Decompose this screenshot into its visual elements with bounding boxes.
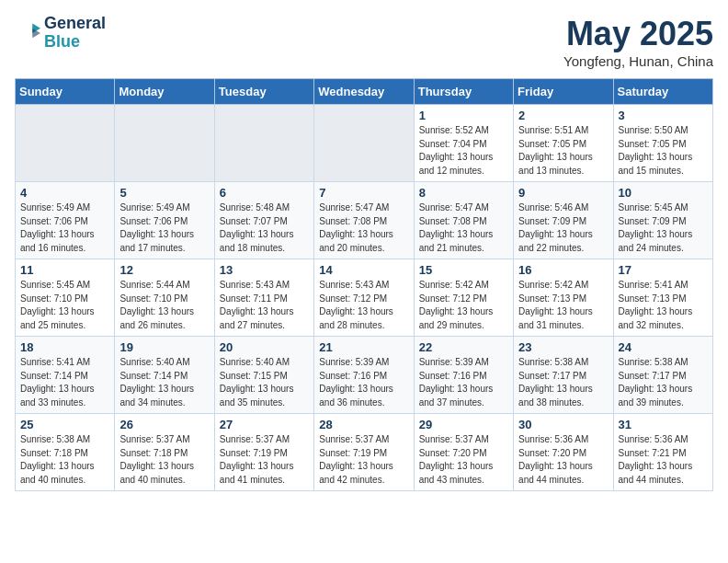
logo: General Blue <box>15 15 106 52</box>
day-number: 15 <box>419 263 508 277</box>
calendar-week-1: 1 Sunrise: 5:52 AMSunset: 7:04 PMDayligh… <box>16 105 713 182</box>
calendar-cell: 19 Sunrise: 5:40 AMSunset: 7:14 PMDaylig… <box>115 337 214 414</box>
day-info: Sunrise: 5:50 AMSunset: 7:05 PMDaylight:… <box>619 124 708 178</box>
day-info: Sunrise: 5:43 AMSunset: 7:11 PMDaylight:… <box>220 279 309 332</box>
calendar-header-row: SundayMondayTuesdayWednesdayThursdayFrid… <box>16 79 713 105</box>
day-number: 19 <box>119 340 209 354</box>
calendar-week-5: 25 Sunrise: 5:38 AMSunset: 7:18 PMDaylig… <box>16 414 713 491</box>
logo-text: General Blue <box>44 15 106 52</box>
day-info: Sunrise: 5:46 AMSunset: 7:09 PMDaylight:… <box>518 201 608 255</box>
day-number: 23 <box>518 340 608 354</box>
day-number: 18 <box>20 340 109 354</box>
day-info: Sunrise: 5:44 AMSunset: 7:10 PMDaylight:… <box>119 279 209 332</box>
calendar-cell: 1 Sunrise: 5:52 AMSunset: 7:04 PMDayligh… <box>414 105 513 182</box>
day-info: Sunrise: 5:51 AMSunset: 7:05 PMDaylight:… <box>518 124 608 178</box>
day-info: Sunrise: 5:38 AMSunset: 7:17 PMDaylight:… <box>518 356 608 409</box>
day-info: Sunrise: 5:49 AMSunset: 7:06 PMDaylight:… <box>119 201 209 255</box>
day-info: Sunrise: 5:37 AMSunset: 7:19 PMDaylight:… <box>319 433 408 487</box>
day-info: Sunrise: 5:48 AMSunset: 7:07 PMDaylight:… <box>220 201 309 255</box>
day-info: Sunrise: 5:45 AMSunset: 7:10 PMDaylight:… <box>20 279 109 332</box>
header-wednesday: Wednesday <box>314 79 414 105</box>
calendar-cell <box>115 105 214 182</box>
day-number: 1 <box>419 109 508 122</box>
calendar-cell: 2 Sunrise: 5:51 AMSunset: 7:05 PMDayligh… <box>514 105 613 182</box>
calendar-cell: 13 Sunrise: 5:43 AMSunset: 7:11 PMDaylig… <box>214 259 313 337</box>
day-info: Sunrise: 5:41 AMSunset: 7:14 PMDaylight:… <box>20 356 109 409</box>
day-number: 20 <box>220 340 309 354</box>
day-info: Sunrise: 5:47 AMSunset: 7:08 PMDaylight:… <box>419 201 508 255</box>
calendar-cell: 25 Sunrise: 5:38 AMSunset: 7:18 PMDaylig… <box>16 414 115 491</box>
day-info: Sunrise: 5:40 AMSunset: 7:15 PMDaylight:… <box>220 356 309 409</box>
day-info: Sunrise: 5:45 AMSunset: 7:09 PMDaylight:… <box>619 201 708 255</box>
day-number: 29 <box>419 418 508 431</box>
day-number: 6 <box>220 186 309 200</box>
day-number: 26 <box>119 418 209 431</box>
day-info: Sunrise: 5:37 AMSunset: 7:20 PMDaylight:… <box>419 433 508 487</box>
day-number: 2 <box>518 109 608 122</box>
day-number: 5 <box>119 186 209 200</box>
calendar-cell: 10 Sunrise: 5:45 AMSunset: 7:09 PMDaylig… <box>613 182 712 259</box>
day-number: 11 <box>20 263 109 277</box>
day-number: 27 <box>220 418 309 431</box>
day-info: Sunrise: 5:39 AMSunset: 7:16 PMDaylight:… <box>419 356 508 409</box>
day-number: 9 <box>518 186 608 200</box>
calendar-cell: 9 Sunrise: 5:46 AMSunset: 7:09 PMDayligh… <box>514 182 613 259</box>
calendar-week-2: 4 Sunrise: 5:49 AMSunset: 7:06 PMDayligh… <box>16 182 713 259</box>
calendar-cell: 11 Sunrise: 5:45 AMSunset: 7:10 PMDaylig… <box>16 259 115 337</box>
calendar-week-3: 11 Sunrise: 5:45 AMSunset: 7:10 PMDaylig… <box>16 259 713 337</box>
calendar-table: SundayMondayTuesdayWednesdayThursdayFrid… <box>15 78 713 491</box>
day-info: Sunrise: 5:42 AMSunset: 7:13 PMDaylight:… <box>518 279 608 332</box>
logo-icon <box>15 20 40 46</box>
calendar-cell: 27 Sunrise: 5:37 AMSunset: 7:19 PMDaylig… <box>214 414 313 491</box>
calendar-cell <box>314 105 414 182</box>
page-header: General Blue May 2025 Yongfeng, Hunan, C… <box>15 15 713 69</box>
calendar-cell: 30 Sunrise: 5:36 AMSunset: 7:20 PMDaylig… <box>514 414 613 491</box>
calendar-week-4: 18 Sunrise: 5:41 AMSunset: 7:14 PMDaylig… <box>16 337 713 414</box>
title-area: May 2025 Yongfeng, Hunan, China <box>563 15 713 69</box>
calendar-cell: 6 Sunrise: 5:48 AMSunset: 7:07 PMDayligh… <box>214 182 313 259</box>
day-info: Sunrise: 5:37 AMSunset: 7:18 PMDaylight:… <box>119 433 209 487</box>
calendar-cell: 15 Sunrise: 5:42 AMSunset: 7:12 PMDaylig… <box>414 259 513 337</box>
calendar-cell: 7 Sunrise: 5:47 AMSunset: 7:08 PMDayligh… <box>314 182 414 259</box>
header-saturday: Saturday <box>613 79 712 105</box>
calendar-cell: 21 Sunrise: 5:39 AMSunset: 7:16 PMDaylig… <box>314 337 414 414</box>
calendar-cell: 18 Sunrise: 5:41 AMSunset: 7:14 PMDaylig… <box>16 337 115 414</box>
calendar-cell: 17 Sunrise: 5:41 AMSunset: 7:13 PMDaylig… <box>613 259 712 337</box>
day-number: 16 <box>518 263 608 277</box>
day-number: 28 <box>319 418 408 431</box>
calendar-cell: 20 Sunrise: 5:40 AMSunset: 7:15 PMDaylig… <box>214 337 313 414</box>
day-number: 12 <box>119 263 209 277</box>
day-info: Sunrise: 5:36 AMSunset: 7:20 PMDaylight:… <box>518 433 608 487</box>
day-number: 13 <box>220 263 309 277</box>
day-info: Sunrise: 5:41 AMSunset: 7:13 PMDaylight:… <box>619 279 708 332</box>
calendar-cell: 24 Sunrise: 5:38 AMSunset: 7:17 PMDaylig… <box>613 337 712 414</box>
calendar-cell <box>16 105 115 182</box>
calendar-cell: 3 Sunrise: 5:50 AMSunset: 7:05 PMDayligh… <box>613 105 712 182</box>
location: Yongfeng, Hunan, China <box>563 53 713 69</box>
header-monday: Monday <box>115 79 214 105</box>
header-tuesday: Tuesday <box>214 79 313 105</box>
day-number: 22 <box>419 340 508 354</box>
calendar-cell: 29 Sunrise: 5:37 AMSunset: 7:20 PMDaylig… <box>414 414 513 491</box>
calendar-cell: 23 Sunrise: 5:38 AMSunset: 7:17 PMDaylig… <box>514 337 613 414</box>
calendar-cell: 22 Sunrise: 5:39 AMSunset: 7:16 PMDaylig… <box>414 337 513 414</box>
day-info: Sunrise: 5:38 AMSunset: 7:17 PMDaylight:… <box>619 356 708 409</box>
day-number: 8 <box>419 186 508 200</box>
calendar-cell: 5 Sunrise: 5:49 AMSunset: 7:06 PMDayligh… <box>115 182 214 259</box>
day-info: Sunrise: 5:37 AMSunset: 7:19 PMDaylight:… <box>220 433 309 487</box>
day-number: 21 <box>319 340 408 354</box>
day-info: Sunrise: 5:47 AMSunset: 7:08 PMDaylight:… <box>319 201 408 255</box>
day-info: Sunrise: 5:49 AMSunset: 7:06 PMDaylight:… <box>20 201 109 255</box>
calendar-cell: 31 Sunrise: 5:36 AMSunset: 7:21 PMDaylig… <box>613 414 712 491</box>
calendar-cell: 8 Sunrise: 5:47 AMSunset: 7:08 PMDayligh… <box>414 182 513 259</box>
day-number: 14 <box>319 263 408 277</box>
header-thursday: Thursday <box>414 79 513 105</box>
calendar-cell: 16 Sunrise: 5:42 AMSunset: 7:13 PMDaylig… <box>514 259 613 337</box>
day-info: Sunrise: 5:42 AMSunset: 7:12 PMDaylight:… <box>419 279 508 332</box>
day-info: Sunrise: 5:39 AMSunset: 7:16 PMDaylight:… <box>319 356 408 409</box>
day-info: Sunrise: 5:40 AMSunset: 7:14 PMDaylight:… <box>119 356 209 409</box>
header-friday: Friday <box>514 79 613 105</box>
calendar-cell: 12 Sunrise: 5:44 AMSunset: 7:10 PMDaylig… <box>115 259 214 337</box>
day-info: Sunrise: 5:43 AMSunset: 7:12 PMDaylight:… <box>319 279 408 332</box>
day-number: 30 <box>518 418 608 431</box>
